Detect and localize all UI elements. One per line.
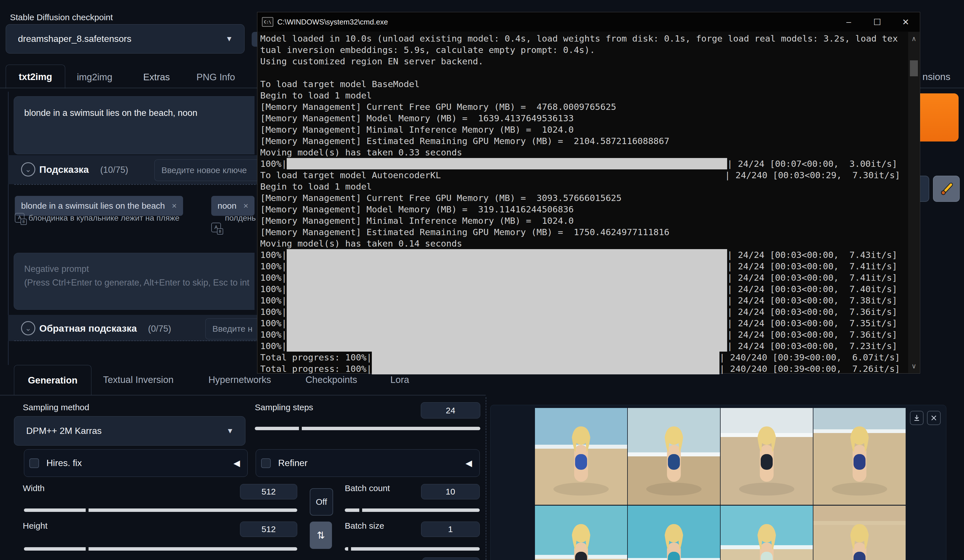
console-scrollbar[interactable]: ∧ ∨ (908, 32, 920, 373)
refiner-checkbox[interactable] (261, 458, 271, 468)
sampling-method-dropdown[interactable]: DPM++ 2M Karras ▼ (14, 416, 246, 446)
batch-size-slider[interactable] (345, 547, 480, 550)
tab-extras[interactable]: Extras (143, 72, 170, 83)
prompt-tag[interactable]: blonde in a swimsuit lies on the beach × (15, 196, 183, 216)
console-line: 100%|| 24/24 [00:03<00:00, 7.36it/s] (260, 329, 907, 340)
console-line: 100%|| 24/24 [00:03<00:00, 7.41it/s] (260, 272, 907, 283)
tab-txt2img[interactable]: txt2img (6, 65, 65, 88)
checkpoint-label: Stable Diffusion checkpoint (10, 13, 113, 22)
figure-illustration (628, 506, 720, 560)
hires-fix-checkbox[interactable] (29, 458, 39, 468)
download-button[interactable] (910, 411, 923, 425)
slider-handle[interactable] (299, 426, 302, 431)
close-gallery-button[interactable] (927, 411, 941, 425)
generated-image-thumbnail[interactable] (813, 506, 905, 560)
generated-image-thumbnail[interactable] (721, 408, 813, 505)
batch-size-input[interactable]: 1 (421, 522, 480, 537)
cmd-window: C:\ C:\WINDOWS\system32\cmd.exe – ☐ ✕ Mo… (257, 12, 920, 373)
sampling-steps-slider[interactable] (255, 427, 480, 430)
generated-image-thumbnail[interactable] (535, 408, 627, 505)
scroll-up-icon[interactable]: ∧ (908, 34, 920, 44)
progress-bar (287, 317, 727, 329)
negative-prompt-textarea[interactable]: Negative prompt (Press Ctrl+Enter to gen… (14, 253, 254, 310)
collapse-icon[interactable]: ◀ (233, 458, 240, 468)
sampling-method-label: Sampling method (23, 402, 89, 412)
chevron-down-icon[interactable]: ⌄ (21, 321, 35, 335)
prompt-tag[interactable]: noon × (211, 196, 254, 216)
checkpoint-refresh-button-partial[interactable] (252, 32, 257, 47)
batch-count-input[interactable]: 10 (421, 484, 480, 499)
generated-image-thumbnail[interactable] (813, 408, 905, 505)
height-input[interactable]: 512 (240, 522, 297, 537)
tab-img2img[interactable]: img2img (77, 72, 112, 83)
generated-image-thumbnail[interactable] (628, 506, 720, 560)
generated-image-thumbnail[interactable] (628, 408, 720, 505)
generated-image-thumbnail[interactable] (535, 506, 627, 560)
figure-illustration (813, 506, 905, 560)
progress-bar (287, 329, 727, 340)
slider-handle[interactable] (86, 546, 88, 552)
hires-fix-accordion[interactable]: Hires. fix ◀ (24, 449, 248, 477)
slider-handle[interactable] (348, 546, 351, 552)
generated-image-thumbnail[interactable] (721, 506, 813, 560)
figure-illustration (535, 408, 627, 505)
tag-translation: блондинка в купальнике лежит на пляже (28, 213, 179, 223)
prompt-textarea[interactable]: blonde in a swimsuit lies on the beach, … (14, 96, 254, 154)
cmd-title: C:\WINDOWS\system32\cmd.exe (277, 18, 388, 26)
tag-text: noon (218, 201, 236, 211)
maximize-button[interactable]: ☐ (863, 12, 891, 32)
width-input[interactable]: 512 (240, 484, 297, 499)
tag-remove-icon[interactable]: × (243, 201, 249, 211)
negative-placeholder-hint: (Press Ctrl+Enter to generate, Alt+Enter… (24, 278, 254, 288)
console-line: Begin to load 1 model (260, 181, 907, 192)
console-line: Using customized region EN server backen… (260, 55, 907, 67)
figure-illustration (813, 408, 905, 505)
height-slider[interactable] (24, 547, 297, 550)
minimize-button[interactable]: – (834, 12, 863, 32)
scroll-down-icon[interactable]: ∨ (908, 361, 920, 371)
column-divider[interactable] (486, 397, 486, 560)
close-button[interactable]: ✕ (891, 12, 920, 32)
console-line: To load target model BaseModel (260, 78, 907, 90)
console-line: 100%|| 24/24 [00:03<00:00, 7.36it/s] (260, 306, 907, 317)
progress-bar (287, 249, 727, 260)
cmd-titlebar[interactable]: C:\ C:\WINDOWS\system32\cmd.exe – ☐ ✕ (257, 12, 920, 32)
batch-count-label: Batch count (345, 483, 390, 493)
paintbrush-button[interactable] (933, 176, 960, 202)
console-line: 100%|| 24/24 [00:03<00:00, 7.23it/s] (260, 340, 907, 352)
translate-icon: A (15, 213, 24, 223)
output-gallery (490, 405, 946, 560)
tag-remove-icon[interactable]: × (172, 201, 177, 211)
console-line: 100%|| 24/24 [00:03<00:00, 7.40it/s] (260, 283, 907, 295)
checkpoint-dropdown[interactable]: dreamshaper_8.safetensors ▼ (6, 24, 244, 54)
tab-extensions-partial[interactable]: nsions (922, 71, 950, 82)
cfg-scale-input-partial[interactable] (422, 557, 480, 560)
progress-bar (287, 272, 727, 283)
width-slider[interactable] (24, 508, 297, 512)
tab-lora[interactable]: Lora (390, 374, 409, 385)
swap-dimensions-button[interactable]: ⇅ (310, 522, 332, 549)
batch-count-slider[interactable] (345, 508, 480, 512)
tab-textual-inversion[interactable]: Textual Inversion (103, 374, 174, 385)
console-line: [Memory Management] Minimal Inference Me… (260, 124, 907, 135)
scroll-thumb[interactable] (910, 60, 918, 76)
tab-generation[interactable]: Generation (14, 365, 91, 395)
keyword-input[interactable]: Введите новое ключе (154, 160, 257, 181)
hires-off-button[interactable]: Off (310, 488, 333, 516)
tab-png-info[interactable]: PNG Info (197, 72, 235, 83)
console-line: [Memory Management] Current Free GPU Mem… (260, 192, 907, 203)
console-line: 100%|| 24/24 [00:03<00:00, 7.41it/s] (260, 260, 907, 272)
negative-keyword-input[interactable]: Введите н (205, 318, 257, 339)
collapse-icon[interactable]: ◀ (466, 458, 472, 468)
slider-handle[interactable] (359, 508, 362, 513)
slider-handle[interactable] (86, 508, 88, 513)
refiner-accordion[interactable]: Refiner ◀ (256, 449, 480, 477)
chevron-down-icon[interactable]: ⌄ (21, 162, 35, 176)
negative-placeholder-title: Negative prompt (24, 264, 254, 274)
tab-checkpoints[interactable]: Checkpoints (306, 374, 357, 385)
tab-hypernetworks[interactable]: Hypernetworks (208, 374, 271, 385)
hires-fix-label: Hires. fix (46, 458, 233, 468)
console-line: Moving model(s) has taken 0.14 seconds (260, 238, 907, 249)
checkpoint-value: dreamshaper_8.safetensors (6, 34, 225, 44)
sampling-steps-input[interactable]: 24 (421, 402, 480, 418)
